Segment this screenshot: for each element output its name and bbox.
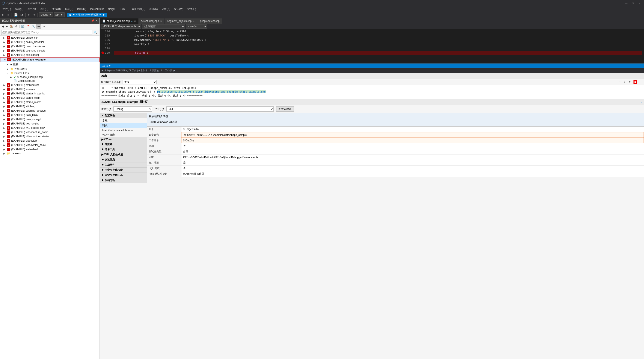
props-platform-select[interactable]: x64 x86 [166, 106, 274, 112]
output-exe-link[interactable]: D:\git\opencv\build\v3.3.0\x64\bin\Debug… [157, 90, 266, 93]
extra-btn[interactable]: ⋯ [42, 25, 46, 28]
nav-forward-btn[interactable]: ▶ [5, 25, 8, 28]
props-item-debug[interactable]: 调试 [100, 123, 147, 128]
minus-btn[interactable]: — [36, 24, 41, 29]
close-btn[interactable]: ✕ [637, 2, 642, 5]
redo-btn[interactable]: ↪ [32, 13, 36, 17]
prop-btn[interactable]: 🔧 [31, 25, 36, 28]
refresh-btn[interactable]: 🔄 [20, 25, 25, 28]
props-section-linker[interactable]: ▶ 链接器 [100, 142, 147, 147]
menu-window[interactable]: 窗口(W) [172, 7, 185, 11]
tree-item-watershed[interactable]: ▶ C (EXAMPLE) watershed [0, 147, 100, 152]
menu-team[interactable]: 团队(M) [76, 7, 88, 11]
tree-item-points-classifier[interactable]: ▶ C (EXAMPLE) points_classifier [0, 40, 100, 44]
tab-segment-objects[interactable]: segment_objects.cpp ✕ [165, 19, 197, 24]
sidebar-pin-btn[interactable]: 📌 [91, 19, 94, 22]
run-debugger-btn[interactable]: ▶ ▶ 本地 Windows 调试器 ▼ ▼ [67, 13, 108, 17]
settings-btn[interactable]: ⚙ [14, 25, 18, 28]
tree-item-stereo-calib[interactable]: ▶ C (EXAMPLE) stereo_calib [0, 96, 100, 100]
output-btn3[interactable]: ⇑ [628, 80, 632, 84]
pin-btn[interactable]: 📍 [26, 25, 31, 28]
props-section-browse[interactable]: ▶ 浏览信息 [100, 157, 147, 162]
menu-project[interactable]: 项目(P) [38, 7, 50, 11]
tree-item-videocapture-starter[interactable]: ▶ C (EXAMPLE) videocapture_starter [0, 134, 100, 139]
props-val-2[interactable]: $(OutDir) [181, 138, 644, 143]
sidebar-close-btn[interactable]: ✕ [96, 19, 98, 22]
tree-item-stitching-detailed[interactable]: ▶ C (EXAMPLE) stitching_detailed [0, 109, 100, 113]
maximize-btn[interactable]: □ [630, 2, 636, 5]
menu-arch[interactable]: 体系结构(C) [130, 7, 147, 11]
tree-item-references[interactable]: ▶ ■ 引用 [0, 62, 100, 67]
tree-item-polar-transforms[interactable]: ▶ C (EXAMPLE) polar_transforms [0, 44, 100, 49]
minimize-btn[interactable]: — [623, 2, 629, 5]
save-all-btn[interactable]: 🗂 [19, 13, 24, 17]
undo-btn[interactable]: ↩ [27, 13, 31, 17]
output-source-select[interactable]: 生成 [122, 80, 156, 84]
tree-item-source-files[interactable]: ▼ 📁 Source Files [0, 71, 100, 75]
menu-analyze[interactable]: 分析(N) [160, 7, 172, 11]
tree-item-squares[interactable]: ▶ C (EXAMPLE) squares [0, 87, 100, 91]
menu-help[interactable]: 帮助(H) [186, 7, 198, 11]
tree-item-tree-engine[interactable]: ▶ C (EXAMPLE) tree_engine [0, 121, 100, 126]
tree-item-tvl1[interactable]: ▶ C (EXAMPLE) tvl1_optical_flow [0, 126, 100, 130]
file-dropdown[interactable]: (EXAMPLE) shape_example [101, 24, 141, 29]
config-manager-btn[interactable]: 配置管理器 [276, 106, 294, 112]
zoom-dropdown[interactable]: 100 % ▼ [102, 65, 111, 67]
tree-item-phase-corr[interactable]: ▶ C (EXAMPLE) phase_corr [0, 36, 100, 40]
tree-item-videowriter-basic[interactable]: ▶ C (EXAMPLE) videowriter_basic [0, 143, 100, 147]
output-extra-btn[interactable]: ⋯ [638, 80, 643, 84]
menu-tools[interactable]: 工具(T) [117, 7, 129, 11]
config-dropdown[interactable]: Debug ▼ [39, 13, 53, 17]
props-section-code-analysis[interactable]: ▶ 代码分析 [100, 178, 147, 183]
props-config-select[interactable]: Debug Release [114, 106, 152, 112]
member-dropdown[interactable]: main(in [186, 24, 207, 29]
props-section-config[interactable]: ▲ 配置属性 [100, 113, 147, 118]
nav-back-btn[interactable]: ◀ [1, 25, 4, 28]
back-btn[interactable]: ⬅ [1, 13, 5, 17]
menu-debug[interactable]: 调试(D) [63, 7, 75, 11]
tree-item-starter-imagelist[interactable]: ▶ C (EXAMPLE) starter_imagelist [0, 91, 100, 96]
tree-item-videocapture-basic[interactable]: ▶ C (EXAMPLE) videocapture_basic [0, 130, 100, 134]
tab-shape-example[interactable]: 📄 shape_example.cpp ● ✕ [100, 19, 138, 24]
props-section-custom-build[interactable]: ▶ 自定义生成步骤 [100, 168, 147, 173]
scope-dropdown[interactable]: (全局范围) [142, 24, 185, 29]
menu-test[interactable]: 测试(S) [147, 7, 159, 11]
tree-item-external-deps[interactable]: ▶ 📁 外部依赖项 [0, 67, 100, 71]
props-section-manifest[interactable]: ▶ 清单工具 [100, 147, 147, 152]
save-btn[interactable]: 💾 [13, 13, 18, 17]
tree-item-videostab[interactable]: ▶ C (EXAMPLE) videostab [0, 139, 100, 143]
menu-nsight[interactable]: Nsight [106, 7, 117, 11]
search-btn[interactable]: 🔍 [93, 30, 98, 35]
tree-item-train-hog[interactable]: ▶ C (EXAMPLE) train_HOG [0, 113, 100, 117]
tree-item-cmakelists[interactable]: 📄 CMakeLists.txt [0, 79, 100, 83]
tab-select3dobj[interactable]: select3dobj.cpp ✕ [138, 19, 165, 24]
menu-build[interactable]: 生成(B) [50, 7, 62, 11]
tab-peopledetect[interactable]: peopledetect.cpp [197, 19, 222, 24]
menu-edit[interactable]: 编辑(E) [13, 7, 25, 11]
props-section-xml[interactable]: ▶ XML 文档生成器 [100, 152, 147, 157]
props-help-btn[interactable]: ? [640, 100, 642, 104]
tree-item-stereo-match[interactable]: ▶ C (EXAMPLE) stereo_match [0, 100, 100, 104]
props-section-cpp[interactable]: ▶ C/C++ [100, 137, 147, 142]
tree-item-shape-example-cpp[interactable]: ▶ ✔ ⊕ shape_example.cpp [0, 75, 100, 79]
props-item-intel[interactable]: Intel Performance Libraries [100, 128, 147, 132]
tree-item-shape-example[interactable]: ▼ C (EXAMPLE) shape_example [0, 57, 100, 62]
output-stop-btn[interactable]: ■ [634, 80, 637, 84]
home-btn[interactable]: 🏠 [9, 25, 14, 28]
code-content[interactable]: resize(iiIm, bestToShow, sz2Sh); imshow(… [112, 29, 644, 63]
props-item-general[interactable]: 常规 [100, 118, 147, 123]
props-section-custom-tool[interactable]: ▶ 自定义生成工具 [100, 173, 147, 178]
tree-item-stitching[interactable]: ▶ C (EXAMPLE) stitching [0, 104, 100, 109]
forward-btn[interactable]: ➡ [6, 13, 10, 17]
menu-incredibuild[interactable]: IncrediiBuild [88, 7, 106, 11]
props-section-build-events[interactable]: ▶ 生成事件 [100, 162, 147, 168]
platform-dropdown[interactable]: x64 ▼ [54, 13, 64, 17]
tree-item-train-svmsgd[interactable]: ▶ C (EXAMPLE) train_svmsgd [0, 117, 100, 121]
output-btn1[interactable]: ↑ [618, 80, 622, 84]
menu-file[interactable]: 文件(F) [1, 7, 13, 11]
sidebar-search-input[interactable] [1, 30, 92, 35]
props-val-1[interactable]: -@input=5 -path=../../../../../samples/d… [181, 132, 644, 138]
menu-view[interactable]: 视图(V) [26, 7, 38, 11]
output-btn2[interactable]: ↓ [623, 80, 626, 84]
props-item-vc[interactable]: VC++ 目录 [100, 132, 147, 137]
